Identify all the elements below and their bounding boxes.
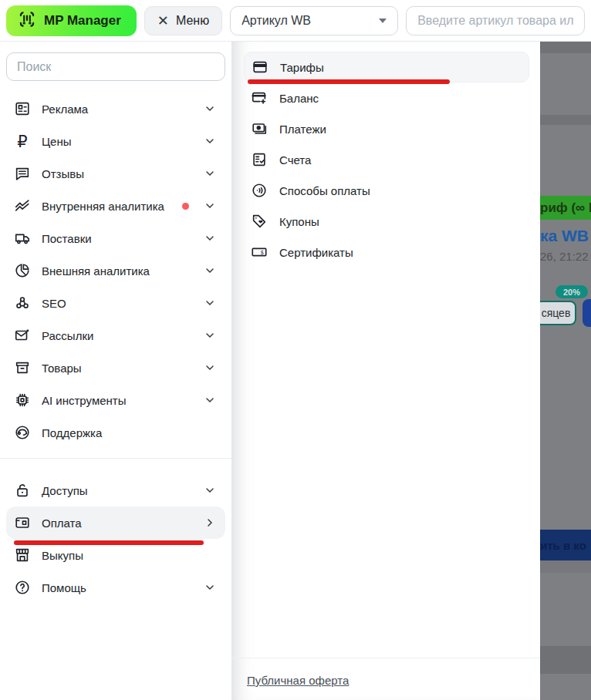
sidebar-item-external-analytics[interactable]: Внешняя аналитика bbox=[6, 254, 225, 287]
sidebar-item-label: Рассылки bbox=[42, 329, 194, 342]
submenu-footer: Публичная оферта bbox=[231, 658, 540, 700]
sidebar-item-label: Помощь bbox=[42, 581, 194, 594]
dimmed-band bbox=[540, 115, 591, 125]
pie-chart-icon bbox=[13, 261, 32, 280]
submenu-item-label: Купоны bbox=[279, 215, 319, 228]
tag-heart-icon bbox=[250, 212, 268, 231]
dimmed-band bbox=[540, 560, 591, 573]
sidebar-item-goods[interactable]: Товары bbox=[6, 352, 225, 384]
ruble-icon: ₽ bbox=[13, 132, 32, 150]
sidebar-item-reviews[interactable]: Отзывы bbox=[6, 157, 225, 190]
credit-card-icon bbox=[251, 58, 269, 76]
sidebar-item-label: Внешняя аналитика bbox=[42, 264, 194, 278]
submenu-item-label: Счета bbox=[279, 153, 311, 167]
chip-icon bbox=[13, 391, 32, 409]
barcode-scan-icon bbox=[17, 9, 37, 32]
chevron-down-icon bbox=[204, 135, 216, 147]
chevron-down-icon bbox=[204, 200, 216, 212]
article-select-value: Артикул WB bbox=[241, 14, 311, 28]
storefront-icon bbox=[13, 546, 32, 564]
knot-icon bbox=[13, 294, 32, 312]
sidebar-item-internal-analytics[interactable]: Внутренняя аналитика bbox=[6, 190, 225, 222]
headset-icon bbox=[13, 423, 32, 442]
submenu-item-certificates[interactable]: $ Сертификаты bbox=[244, 237, 529, 268]
tariff-date: 26, 21:22 bbox=[540, 250, 591, 264]
sidebar-item-label: AI инструменты bbox=[42, 394, 194, 407]
sidebar: Реклама ₽ Цены Отзывы bbox=[0, 42, 231, 700]
sidebar-nav-main: Реклама ₽ Цены Отзывы bbox=[6, 93, 225, 449]
chevron-down-icon bbox=[204, 297, 216, 309]
question-circle-icon bbox=[13, 578, 32, 597]
submenu-item-label: Тарифы bbox=[280, 61, 324, 74]
dimmed-band bbox=[540, 646, 591, 674]
red-underline-annotation bbox=[14, 540, 204, 545]
chevron-right-icon bbox=[204, 517, 216, 529]
submenu-item-payments[interactable]: Платежи bbox=[244, 113, 529, 144]
truck-icon bbox=[13, 229, 32, 247]
card-plus-icon bbox=[250, 89, 268, 107]
money-certificate-icon: $ bbox=[250, 243, 268, 261]
chevron-down-icon bbox=[204, 362, 216, 374]
sidebar-item-label: Реклама bbox=[42, 103, 194, 116]
article-search-input[interactable] bbox=[406, 6, 585, 35]
banknote-icon bbox=[250, 119, 268, 138]
notification-dot bbox=[182, 203, 189, 210]
period-button: сяцев bbox=[540, 301, 576, 325]
submenu-item-coupons[interactable]: Купоны bbox=[244, 206, 529, 237]
topbar: MP Manager ✕ Меню Артикул WB bbox=[0, 0, 591, 42]
sidebar-item-label: Оплата bbox=[42, 517, 194, 530]
submenu-item-invoices[interactable]: Счета bbox=[244, 144, 529, 175]
svg-text:$: $ bbox=[261, 249, 265, 256]
sidebar-item-help[interactable]: Помощь bbox=[6, 571, 225, 604]
dimmed-page-backdrop[interactable]: риф (∞ Бе ка WB 26, 21:22 20% сяцев ить … bbox=[540, 42, 591, 700]
sidebar-nav-bottom: Доступы Оплата bbox=[6, 474, 225, 604]
sidebar-search-input[interactable] bbox=[6, 52, 225, 81]
sidebar-item-label: Поддержка bbox=[42, 426, 216, 439]
submenu-item-payment-methods[interactable]: Способы оплаты bbox=[244, 175, 529, 206]
chevron-down-icon bbox=[204, 167, 216, 180]
logo[interactable]: MP Manager bbox=[6, 5, 137, 36]
wallet-icon bbox=[13, 513, 32, 532]
sidebar-item-label: Цены bbox=[42, 135, 194, 148]
sidebar-item-prices[interactable]: ₽ Цены bbox=[6, 125, 225, 157]
article-type-select[interactable]: Артикул WB bbox=[230, 6, 398, 35]
box-icon bbox=[13, 358, 32, 377]
chevron-down-icon bbox=[204, 394, 216, 406]
payment-submenu-panel: Тарифы Баланс Платежи bbox=[231, 42, 540, 700]
submenu-item-label: Баланс bbox=[279, 92, 319, 105]
dimmed-band bbox=[540, 42, 591, 53]
chevron-down-icon bbox=[204, 329, 216, 342]
sidebar-item-label: Доступы bbox=[42, 484, 194, 497]
submenu-item-label: Способы оплаты bbox=[279, 184, 370, 197]
invoice-check-icon bbox=[250, 150, 268, 169]
menu-close-button[interactable]: ✕ Меню bbox=[144, 6, 222, 35]
sidebar-item-label: Товары bbox=[42, 362, 194, 375]
close-icon: ✕ bbox=[157, 14, 169, 28]
chevron-down-icon bbox=[379, 19, 387, 23]
sidebar-item-payment[interactable]: Оплата bbox=[6, 506, 225, 539]
sidebar-item-ai-tools[interactable]: AI инструменты bbox=[6, 384, 225, 416]
sidebar-item-supplies[interactable]: Поставки bbox=[6, 222, 225, 254]
trend-lines-icon bbox=[13, 197, 32, 215]
sidebar-item-support[interactable]: Поддержка bbox=[6, 416, 225, 449]
billboard-icon bbox=[13, 99, 32, 118]
sidebar-item-label: Поставки bbox=[42, 232, 194, 245]
chat-bubble-icon bbox=[13, 164, 32, 183]
sidebar-item-mailings[interactable]: Рассылки bbox=[6, 319, 225, 352]
discount-badge: 20% bbox=[556, 285, 588, 298]
sidebar-item-label: Выкупы bbox=[42, 549, 216, 562]
period-button-selected bbox=[583, 299, 591, 327]
chevron-down-icon bbox=[204, 232, 216, 244]
public-offer-link[interactable]: Публичная оферта bbox=[247, 674, 349, 687]
sidebar-item-seo[interactable]: SEO bbox=[6, 287, 225, 319]
sidebar-item-ads[interactable]: Реклама bbox=[6, 93, 225, 125]
tariff-title: ка WB bbox=[540, 227, 591, 245]
submenu-item-balance[interactable]: Баланс bbox=[244, 82, 529, 113]
sidebar-item-access[interactable]: Доступы bbox=[6, 474, 225, 506]
contactless-icon bbox=[250, 181, 268, 200]
sidebar-item-label: SEO bbox=[42, 297, 194, 310]
sidebar-item-label: Отзывы bbox=[42, 167, 194, 180]
submenu-item-tariffs[interactable]: Тарифы bbox=[244, 52, 529, 82]
app-body: Реклама ₽ Цены Отзывы bbox=[0, 42, 591, 700]
chevron-down-icon bbox=[204, 484, 216, 496]
